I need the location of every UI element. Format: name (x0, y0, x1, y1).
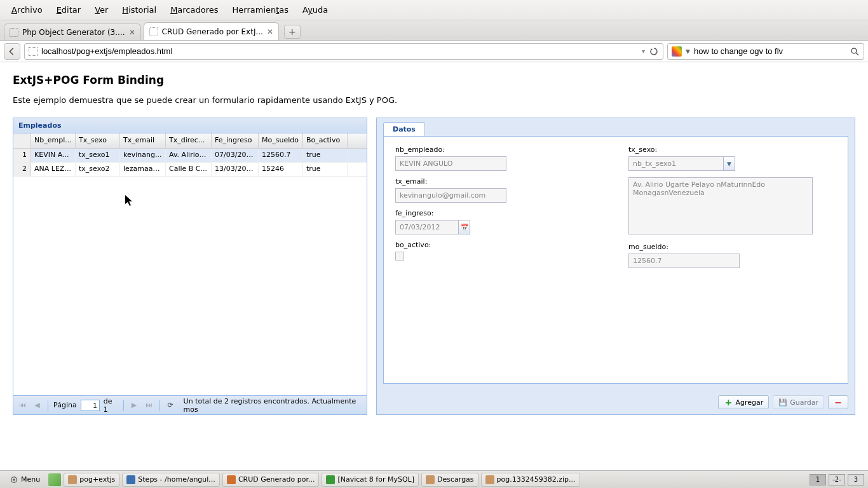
label-tx-email: tx_email: (395, 177, 603, 186)
column-bo-activo[interactable]: Bo_activo (303, 133, 348, 148)
checkbox-bo-activo[interactable] (395, 252, 404, 261)
column-mo-sueldo[interactable]: Mo_sueldo (259, 133, 303, 148)
chevron-down-icon[interactable]: ▼ (724, 156, 735, 171)
tab-datos[interactable]: Datos (383, 122, 425, 136)
menu-herramientas[interactable]: Herramientas (226, 3, 295, 17)
task-label: Steps - /home/angul... (138, 475, 215, 484)
gear-icon (10, 475, 18, 484)
cell: 07/03/2012 (212, 149, 259, 162)
menu-archivo[interactable]: Archivo (5, 3, 49, 17)
menu-ver[interactable]: Ver (88, 3, 114, 17)
task-item[interactable]: [Navicat 8 for MySQL] (322, 473, 419, 487)
separator (159, 400, 160, 411)
url-box[interactable]: ▾ (24, 43, 663, 60)
pager-first-icon[interactable]: ⏮ (17, 400, 28, 411)
column-tx-sexo[interactable]: Tx_sexo (76, 133, 120, 148)
cell-rownum: 2 (13, 163, 31, 176)
browser-tabbar: Php Object Generator (3.... ✕ CRUD Gener… (0, 20, 868, 41)
menu-marcadores[interactable]: Marcadores (164, 3, 224, 17)
button-label: Guardar (790, 398, 818, 407)
add-button[interactable]: + Agregar (718, 395, 769, 409)
search-icon[interactable] (850, 46, 860, 57)
close-icon[interactable]: ✕ (267, 27, 273, 36)
task-item[interactable]: CRUD Generado por... (222, 473, 320, 487)
column-rownum[interactable] (13, 133, 31, 148)
back-button[interactable] (4, 43, 20, 60)
table-row[interactable]: 1 KEVIN A... tx_sexo1 kevinang... Av. Al… (13, 149, 367, 163)
table-row[interactable]: 2 ANA LEZ... tx_sexo2 lezamaas... Calle … (13, 163, 367, 177)
cell: 12560.7 (259, 149, 303, 162)
workspace-1[interactable]: 1 (810, 474, 826, 485)
pager-refresh-icon[interactable]: ⟳ (165, 400, 176, 411)
url-input[interactable] (41, 46, 638, 56)
refresh-icon[interactable] (649, 46, 659, 57)
bookmark-dropdown-icon[interactable]: ▾ (642, 48, 645, 55)
column-fe-ingreso[interactable]: Fe_ingreso (212, 133, 259, 148)
textarea-tx-direccion[interactable]: Av. Alirio Ugarte Pelayo nMaturinnEdo Mo… (628, 177, 813, 234)
task-label: pog+extjs (79, 475, 115, 484)
label-bo-activo: bo_activo: (395, 241, 603, 249)
task-item[interactable]: Steps - /home/angul... (122, 473, 220, 487)
column-tx-direccion[interactable]: Tx_direc... (166, 133, 212, 148)
save-button[interactable]: 💾 Guardar (773, 395, 824, 409)
cell: tx_sexo2 (76, 163, 120, 176)
browser-menubar: Archivo Editar Ver Historial Marcadores … (0, 0, 868, 20)
folder-icon (68, 475, 77, 484)
cell: 13/03/2012 (212, 163, 259, 176)
pager-of-label: de 1 (104, 397, 118, 414)
input-mo-sueldo[interactable] (628, 254, 740, 268)
favicon-icon (29, 47, 37, 56)
menu-editar[interactable]: Editar (50, 3, 88, 17)
button-label: Agregar (735, 398, 763, 407)
cell: lezamaas... (120, 163, 166, 176)
grid-body: 1 KEVIN A... tx_sexo1 kevinang... Av. Al… (13, 149, 367, 395)
disk-icon: 💾 (778, 398, 787, 407)
delete-button[interactable]: − (828, 395, 848, 409)
svg-line-1 (856, 53, 858, 55)
search-box[interactable]: ▼ (667, 43, 864, 60)
task-item[interactable]: Descargas (421, 473, 478, 487)
column-nb-empleado[interactable]: Nb_empl... (31, 133, 76, 148)
desktop-taskbar: Menu pog+extjs Steps - /home/angul... CR… (0, 470, 868, 488)
workspace-3[interactable]: 3 (848, 474, 864, 485)
input-fe-ingreso[interactable] (395, 220, 459, 234)
menu-historial[interactable]: Historial (116, 3, 163, 17)
new-tab-button[interactable]: + (284, 25, 301, 39)
tab-crud[interactable]: CRUD Generado por ExtJ... ✕ (144, 22, 279, 40)
pager-last-icon[interactable]: ⏭ (144, 400, 154, 411)
menu-ayuda[interactable]: Ayuda (296, 3, 334, 17)
workspace-2[interactable]: -2- (829, 474, 845, 485)
folder-icon (426, 475, 435, 484)
google-icon (672, 46, 682, 57)
app-icon (126, 475, 135, 484)
search-input[interactable] (694, 46, 846, 56)
separator (48, 400, 48, 411)
firefox-icon (227, 475, 236, 484)
close-icon[interactable]: ✕ (129, 28, 135, 37)
pager-prev-icon[interactable]: ◀ (32, 400, 43, 411)
pager-next-icon[interactable]: ▶ (129, 400, 140, 411)
pager-page-input[interactable] (81, 400, 100, 411)
grid-pager: ⏮ ◀ Página de 1 ▶ ⏭ ⟳ Un total de 2 regi… (13, 395, 367, 414)
start-menu-button[interactable]: Menu (4, 473, 46, 486)
combo-tx-sexo[interactable] (628, 156, 724, 171)
show-desktop-button[interactable] (48, 473, 61, 486)
tab-pog[interactable]: Php Object Generator (3.... ✕ (4, 24, 141, 40)
input-tx-email[interactable] (395, 188, 506, 203)
label-fe-ingreso: fe_ingreso: (395, 209, 603, 217)
favicon-icon (149, 27, 158, 36)
task-item[interactable]: pog.1332459382.zip... (481, 473, 580, 487)
page-description: Este ejemplo demuestra que se puede crea… (13, 95, 855, 105)
task-label: pog.1332459382.zip... (497, 475, 576, 484)
cell: true (303, 163, 348, 176)
calendar-icon[interactable]: 📅 (459, 220, 470, 234)
form-footer: + Agregar 💾 Guardar − (718, 395, 848, 409)
engine-dropdown-icon[interactable]: ▼ (686, 48, 690, 55)
task-item[interactable]: pog+extjs (64, 473, 119, 487)
grid-title: Empleados (13, 118, 367, 133)
cell: KEVIN A... (31, 149, 76, 162)
column-tx-email[interactable]: Tx_email (120, 133, 166, 148)
cell: Av. Alirio ... (166, 149, 212, 162)
input-nb-empleado[interactable] (395, 156, 506, 171)
separator (123, 400, 124, 411)
